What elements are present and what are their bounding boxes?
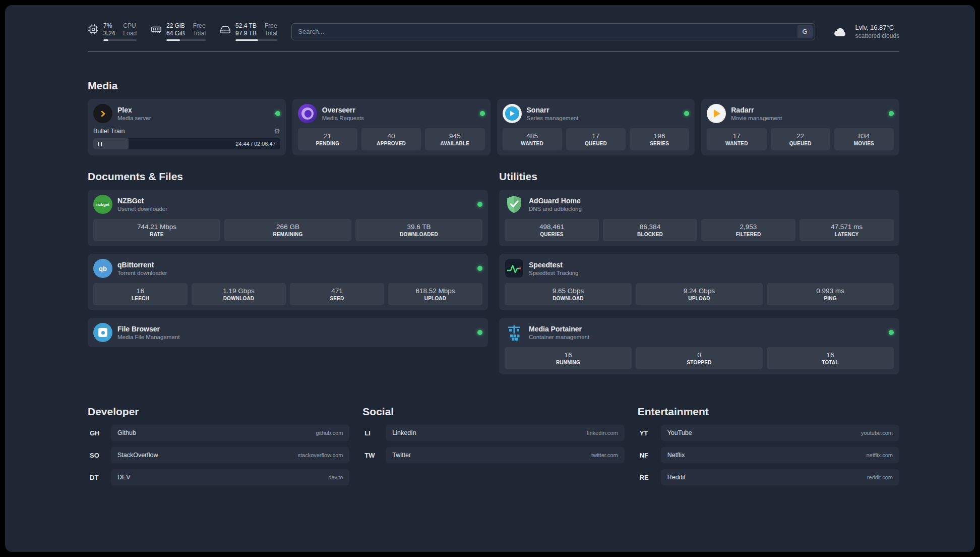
app-name[interactable]: NZBGet [117,196,167,205]
bookmark-name: YouTube [667,429,692,436]
section-documents: Documents & Files nzbget NZBGet Usenet d… [88,171,488,374]
section-developer: Developer GH Github github.com SO StackO… [88,406,349,491]
stat-value: 498,461 [507,222,597,231]
stat-value: 196 [632,132,687,140]
disk-bar-fill [235,39,258,41]
app-link-adguard[interactable]: AdGuard Home DNS and adblocking [505,195,894,214]
speedtest-graph-icon [505,259,524,278]
status-dot [684,111,689,116]
top-bar: 7% 3.24 CPU Load 22 GiB [88,22,899,41]
app-link-qbittorrent[interactable]: qb qBittorrent Torrent downloader [93,259,482,278]
bookmark-abbr: TW [362,452,381,459]
stat-tile-wanted: 17 WANTED [707,128,766,150]
app-name[interactable]: Radarr [731,105,782,115]
stat-value: 21 [300,132,355,140]
cpu-bar-fill [103,39,108,41]
bookmark-netflix[interactable]: NF Netflix netflix.com [638,447,899,463]
stat-label: MOVIES [836,140,892,147]
app-link-sonarr[interactable]: Sonarr Series management [503,104,690,123]
app-subtitle: Media File Management [117,333,179,341]
app-name[interactable]: Plex [117,105,151,115]
stat-tile-available: 945 AVAILABLE [425,128,484,150]
plex-icon [93,104,112,123]
bookmark-pill[interactable]: Netflix netflix.com [661,447,899,463]
player-progress-bar[interactable]: 24:44 / 02:06:47 [93,138,280,149]
radarr-icon [707,104,726,123]
app-link-speedtest[interactable]: Speedtest Speedtest Tracking [505,259,894,278]
app-name[interactable]: Sonarr [527,105,579,115]
app-subtitle: Usenet downloader [117,205,167,213]
bookmark-name: Github [117,429,136,436]
bookmark-linkedin[interactable]: LI LinkedIn linkedin.com [362,425,624,441]
search-bar[interactable]: G [291,23,815,40]
app-link-filebrowser[interactable]: File Browser Media File Management [93,323,482,342]
weather-condition: scattered clouds [855,32,899,40]
bookmark-pill[interactable]: Reddit reddit.com [661,469,899,485]
bookmark-reddit[interactable]: RE Reddit reddit.com [638,469,899,485]
stat-label: UPLOAD [638,295,761,302]
stat-tile-wanted: 485 WANTED [503,128,562,150]
bookmark-pill[interactable]: LinkedIn linkedin.com [386,425,624,441]
stat-tile-pending: 21 PENDING [298,128,357,150]
settings-gear-icon[interactable]: ⚙ [274,128,280,135]
bookmark-name: Reddit [667,474,686,481]
overseerr-icon [298,104,317,123]
stat-tile-filtered: 2,953 FILTERED [701,219,795,241]
disk-widget: 52.4 TB 97.9 TB Free Total [220,22,277,41]
memory-widget: 22 GiB 64 GiB Free Total [151,22,206,41]
stat-label: QUERIES [507,231,597,238]
pause-button[interactable] [98,142,102,146]
app-subtitle: Series management [527,115,579,122]
status-dot [477,330,482,335]
status-dot [480,111,485,116]
app-link-nzbget[interactable]: nzbget NZBGet Usenet downloader [93,195,482,214]
stat-value: 9.65 Gbps [507,287,630,295]
bookmark-dev[interactable]: DT DEV dev.to [88,469,349,485]
stat-label: SERIES [632,140,687,147]
stat-value: 945 [427,132,482,140]
app-name[interactable]: AdGuard Home [529,196,582,205]
app-link-portainer[interactable]: Media Portainer Container management [505,323,894,342]
stat-tile-blocked: 86,384 BLOCKED [603,219,697,241]
now-playing-title: Bullet Train [93,128,274,135]
bookmark-github[interactable]: GH Github github.com [88,425,349,441]
bookmark-domain: github.com [316,430,343,436]
bookmark-twitter[interactable]: TW Twitter twitter.com [362,447,624,463]
stat-tile-seed: 471 SEED [290,283,384,305]
app-link-plex[interactable]: Plex Media server [93,104,280,123]
stat-label: STOPPED [638,359,761,366]
app-card-overseerr: Overseerr Media Requests 21 PENDING 40 A… [292,99,491,155]
app-name[interactable]: Overseerr [322,105,364,115]
memory-free: 22 GiB [166,22,185,30]
memory-total-label: Total [193,30,206,37]
app-name[interactable]: File Browser [117,324,179,333]
app-subtitle: Container management [529,333,589,341]
cpu-percent: 7% [103,22,115,30]
stat-tile-download: 9.65 Gbps DOWNLOAD [505,283,632,305]
bookmark-youtube[interactable]: YT YouTube youtube.com [638,425,899,441]
status-dot [889,330,894,335]
app-card-filebrowser: File Browser Media File Management [88,318,488,347]
bookmark-pill[interactable]: DEV dev.to [111,469,349,485]
bookmark-pill[interactable]: Github github.com [111,425,349,441]
stat-label: RUNNING [507,359,630,366]
app-subtitle: Speedtest Tracking [529,269,578,277]
stat-tile-rate: 744.21 Mbps RATE [93,219,220,241]
search-engine-button[interactable]: G [798,25,813,38]
bookmark-pill[interactable]: YouTube youtube.com [661,425,899,441]
app-link-radarr[interactable]: Radarr Movie management [707,104,894,123]
app-name[interactable]: Speedtest [529,260,578,269]
bookmark-abbr: YT [638,429,656,437]
app-link-overseerr[interactable]: Overseerr Media Requests [298,104,485,123]
app-name[interactable]: qBittorrent [117,260,167,269]
memory-bar-fill [166,39,180,41]
bookmark-pill[interactable]: StackOverflow stackoverflow.com [111,447,349,463]
bookmark-stackoverflow[interactable]: SO StackOverflow stackoverflow.com [88,447,349,463]
stat-label: RATE [95,231,218,238]
app-card-plex: Plex Media server Bullet Train ⚙ 24:44 /… [88,99,286,155]
stat-label: QUEUED [568,140,624,147]
app-name[interactable]: Media Portainer [529,324,589,333]
app-card-speedtest: Speedtest Speedtest Tracking 9.65 Gbps D… [499,254,899,310]
search-input[interactable] [298,28,797,35]
bookmark-pill[interactable]: Twitter twitter.com [386,447,624,463]
